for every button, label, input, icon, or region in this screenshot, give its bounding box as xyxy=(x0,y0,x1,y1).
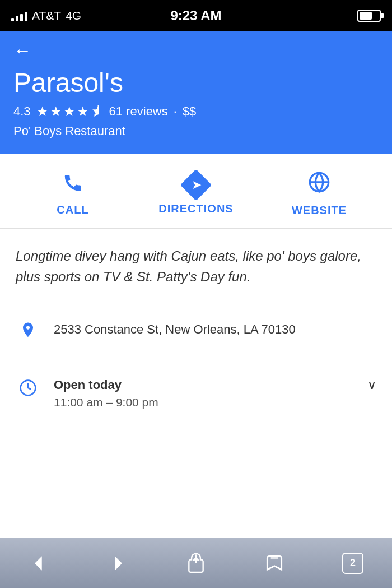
review-count: 61 reviews xyxy=(109,104,168,119)
clock-icon xyxy=(16,378,40,401)
star-2: ★ xyxy=(50,104,62,119)
star-1: ★ xyxy=(36,104,49,119)
website-icon xyxy=(308,171,330,198)
toolbar-bookmarks-button[interactable] xyxy=(258,553,291,574)
hours-header: Open today ∨ xyxy=(54,378,376,392)
stars: ★ ★ ★ ★ ⯨ xyxy=(36,104,104,119)
directions-label: DIRECTIONS xyxy=(158,202,233,215)
tabs-count-badge: 2 xyxy=(342,553,363,574)
open-status: Open today xyxy=(54,378,122,392)
rating-number: 4.3 xyxy=(13,104,31,119)
star-half: ⯨ xyxy=(90,104,104,119)
address-text: 2533 Constance St, New Orleans, LA 70130 xyxy=(54,320,376,339)
battery-icon xyxy=(357,10,381,22)
toolbar-back-icon xyxy=(29,553,50,574)
hours-content: Open today ∨ 11:00 am – 9:00 pm xyxy=(54,378,376,409)
toolbar-forward-button[interactable] xyxy=(101,553,134,574)
signal-bars xyxy=(11,10,27,21)
svg-marker-4 xyxy=(115,556,122,570)
business-category: Po' Boys Restaurant xyxy=(13,124,379,138)
call-label: CALL xyxy=(57,203,88,216)
network-type: 4G xyxy=(66,9,81,22)
svg-marker-3 xyxy=(35,556,42,570)
address-content: 2533 Constance St, New Orleans, LA 70130 xyxy=(54,320,376,339)
status-bar: AT&T 4G 9:23 AM xyxy=(0,0,392,31)
website-button[interactable]: WEBSITE xyxy=(258,171,381,217)
rating-row: 4.3 ★ ★ ★ ★ ⯨ 61 reviews · $$ xyxy=(13,104,379,119)
directions-button[interactable]: ➤ DIRECTIONS xyxy=(134,173,258,215)
status-time: 9:23 AM xyxy=(170,8,221,24)
price-level: $$ xyxy=(183,104,196,119)
location-icon xyxy=(16,320,40,346)
hours-row[interactable]: Open today ∨ 11:00 am – 9:00 pm xyxy=(0,362,392,425)
address-row[interactable]: 2533 Constance St, New Orleans, LA 70130 xyxy=(0,304,392,362)
info-section: 2533 Constance St, New Orleans, LA 70130… xyxy=(0,304,392,425)
tabs-count: 2 xyxy=(350,557,356,569)
business-name: Parasol's xyxy=(13,67,379,98)
carrier-text: AT&T xyxy=(32,9,61,22)
back-arrow-icon: ← xyxy=(13,41,31,59)
directions-icon: ➤ xyxy=(180,169,212,201)
call-button[interactable]: CALL xyxy=(11,172,134,216)
back-button[interactable]: ← xyxy=(13,41,31,59)
toolbar-bookmarks-icon xyxy=(264,553,285,574)
toolbar-forward-icon xyxy=(107,553,128,574)
dot-separator: · xyxy=(174,104,177,119)
star-3: ★ xyxy=(63,104,76,119)
star-4: ★ xyxy=(77,104,89,119)
toolbar-share-button[interactable] xyxy=(179,553,213,574)
bottom-toolbar: 2 xyxy=(0,538,392,588)
hours-detail: 11:00 am – 9:00 pm xyxy=(54,396,376,409)
website-label: WEBSITE xyxy=(292,204,347,217)
place-header: ← Parasol's 4.3 ★ ★ ★ ★ ⯨ 61 reviews · $… xyxy=(0,31,392,154)
toolbar-tabs-button[interactable]: 2 xyxy=(336,553,370,574)
toolbar-back-button[interactable] xyxy=(22,553,56,574)
place-description: Longtime divey hang with Cajun eats, lik… xyxy=(0,229,392,304)
chevron-down-icon[interactable]: ∨ xyxy=(367,378,376,392)
actions-row: CALL ➤ DIRECTIONS WEBSITE xyxy=(0,154,392,229)
status-left: AT&T 4G xyxy=(11,9,81,22)
phone-icon xyxy=(62,172,83,198)
status-right xyxy=(357,10,381,22)
toolbar-share-icon xyxy=(185,553,207,574)
